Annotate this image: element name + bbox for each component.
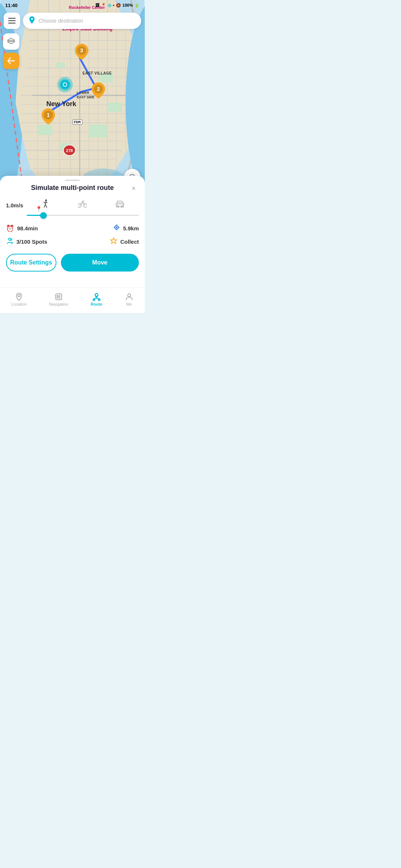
- spots-icon: [6, 237, 13, 246]
- route-nav-label: Route: [91, 302, 102, 306]
- photo-icon: 🖼: [95, 3, 100, 7]
- action-buttons: Route Settings Move: [0, 251, 145, 274]
- back-button[interactable]: [3, 53, 19, 69]
- svg-text:278: 278: [66, 148, 73, 153]
- nav-item-navigation[interactable]: Navigation: [45, 290, 73, 309]
- waypoint-pin-3: 3: [75, 44, 88, 60]
- spots-value: 3/100 Spots: [16, 239, 47, 245]
- move-button[interactable]: Move: [61, 254, 139, 272]
- svg-line-64: [45, 204, 47, 207]
- nav-item-route[interactable]: Route: [86, 290, 107, 309]
- menu-button[interactable]: [4, 13, 20, 29]
- svg-rect-52: [8, 20, 16, 22]
- car-transport-button[interactable]: [113, 198, 127, 212]
- svg-point-92: [128, 294, 131, 297]
- svg-point-81: [18, 295, 20, 297]
- navigation-nav-icon: [54, 292, 63, 301]
- speed-slider[interactable]: 📍: [0, 215, 145, 216]
- status-bar: 11:40 🖼 📍 ◎ • 🔕 100% 🔋: [0, 0, 145, 10]
- location-nav-label: Location: [11, 302, 27, 306]
- search-bar[interactable]: Choose destination: [23, 13, 141, 29]
- svg-text:1: 1: [47, 112, 50, 118]
- layers-icon: [7, 37, 15, 46]
- nav-item-location[interactable]: Location: [7, 290, 31, 309]
- gps-icon: ◎: [108, 3, 111, 8]
- svg-text:3: 3: [80, 47, 83, 53]
- layer-button[interactable]: [3, 33, 19, 50]
- distance-icon: [113, 224, 120, 233]
- svg-rect-38: [89, 125, 107, 138]
- svg-point-54: [31, 18, 33, 20]
- sheet-drag-handle[interactable]: [65, 180, 80, 181]
- me-nav-icon: [125, 292, 134, 301]
- waypoint-pin-2: 2: [92, 82, 105, 99]
- slider-thumb[interactable]: [40, 212, 47, 219]
- collect-label: Collect: [120, 239, 139, 245]
- star-icon: [110, 237, 117, 246]
- dot-icon: •: [113, 3, 114, 7]
- bottom-navigation: Location Navigation Route: [0, 287, 145, 313]
- waypoint-pin-1: 1: [42, 108, 55, 125]
- search-location-icon: [29, 16, 35, 25]
- me-nav-label: Me: [126, 302, 132, 306]
- mute-icon: 🔕: [116, 3, 121, 8]
- svg-rect-71: [116, 203, 124, 207]
- sheet-title: Simulate multi-point route: [0, 184, 145, 192]
- distance-value: 5.9km: [123, 225, 139, 231]
- status-icons: 🖼 📍 ◎ • 🔕 100% 🔋: [95, 3, 140, 8]
- transport-icons: [28, 197, 139, 213]
- location-nav-icon: [14, 292, 23, 301]
- map-controls: [3, 33, 19, 69]
- svg-line-62: [45, 203, 47, 203]
- highway-shield: 278: [63, 144, 76, 158]
- stats-row: ⏰ 98.4min 5.9km: [0, 221, 145, 236]
- battery-text: 100%: [123, 3, 133, 7]
- spots-row: 3/100 Spots Collect: [0, 234, 145, 249]
- route-nav-icon: [92, 292, 101, 301]
- nav-item-me[interactable]: Me: [120, 290, 138, 309]
- clock-icon: ⏰: [6, 224, 14, 233]
- svg-point-70: [82, 201, 84, 202]
- svg-rect-35: [56, 62, 65, 68]
- slider-pin-icon: 📍: [36, 206, 42, 212]
- hamburger-icon: [8, 18, 16, 24]
- location-status-icon: 📍: [101, 3, 106, 8]
- svg-text:2: 2: [97, 86, 100, 92]
- spots-stat: 3/100 Spots: [6, 237, 47, 246]
- distance-stat: 5.9km: [113, 224, 139, 233]
- svg-point-89: [95, 294, 97, 296]
- back-icon: [7, 57, 15, 64]
- battery-icon: 🔋: [134, 3, 140, 8]
- svg-marker-80: [110, 238, 117, 244]
- svg-rect-53: [8, 23, 16, 24]
- navigation-nav-label: Navigation: [49, 302, 68, 306]
- speed-value: 1.0m/s: [6, 202, 28, 208]
- svg-point-79: [10, 239, 12, 240]
- svg-rect-40: [107, 103, 122, 112]
- svg-rect-36: [100, 73, 113, 83]
- close-button[interactable]: ×: [128, 183, 139, 194]
- time-value: 98.4min: [17, 225, 38, 231]
- bike-transport-button[interactable]: [76, 198, 89, 212]
- route-settings-button[interactable]: Route Settings: [6, 254, 56, 272]
- svg-rect-51: [8, 18, 16, 19]
- status-time: 11:40: [5, 3, 17, 8]
- time-stat: ⏰ 98.4min: [6, 224, 38, 233]
- search-placeholder-text: Choose destination: [39, 18, 83, 24]
- svg-rect-37: [38, 125, 52, 135]
- transport-selector: 1.0m/s: [0, 197, 145, 213]
- current-location-dot: [58, 78, 72, 91]
- collect-stat[interactable]: Collect: [110, 237, 139, 246]
